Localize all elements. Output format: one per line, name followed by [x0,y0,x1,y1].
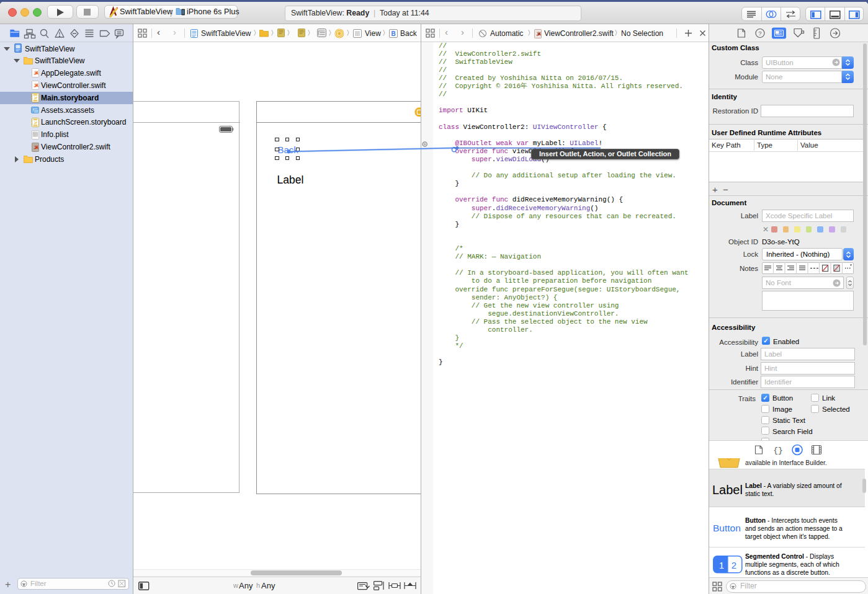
svg-text:{}: {} [773,446,783,455]
svg-text:2: 2 [732,560,736,570]
svg-text:1: 1 [719,560,724,570]
svg-text:B: B [391,30,395,37]
svg-text:?: ? [758,30,761,37]
